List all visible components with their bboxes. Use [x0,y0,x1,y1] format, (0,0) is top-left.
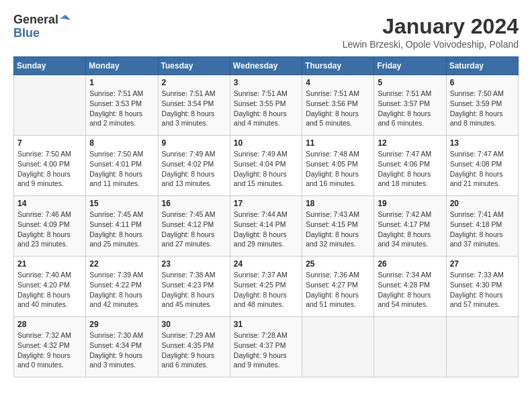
day-info: Sunrise: 7:44 AM Sunset: 4:14 PM Dayligh… [234,210,298,249]
day-info: Sunrise: 7:29 AM Sunset: 4:35 PM Dayligh… [162,330,226,370]
calendar-cell: 25Sunrise: 7:36 AM Sunset: 4:27 PM Dayli… [302,257,374,317]
calendar-cell: 4Sunrise: 7:51 AM Sunset: 3:56 PM Daylig… [302,75,374,136]
day-number: 23 [162,259,226,269]
calendar-cell: 17Sunrise: 7:44 AM Sunset: 4:14 PM Dayli… [230,196,302,257]
day-number: 12 [378,138,442,148]
day-info: Sunrise: 7:50 AM Sunset: 4:01 PM Dayligh… [89,149,154,189]
day-number: 31 [234,320,298,329]
day-info: Sunrise: 7:49 AM Sunset: 4:04 PM Dayligh… [234,149,298,189]
day-info: Sunrise: 7:51 AM Sunset: 3:56 PM Dayligh… [306,89,370,128]
calendar-cell: 20Sunrise: 7:41 AM Sunset: 4:18 PM Dayli… [446,196,518,257]
day-info: Sunrise: 7:42 AM Sunset: 4:17 PM Dayligh… [378,210,442,249]
svg-marker-0 [65,15,71,20]
day-info: Sunrise: 7:50 AM Sunset: 4:00 PM Dayligh… [17,149,82,189]
calendar-cell: 11Sunrise: 7:48 AM Sunset: 4:05 PM Dayli… [302,136,374,196]
day-info: Sunrise: 7:49 AM Sunset: 4:02 PM Dayligh… [162,149,226,189]
day-info: Sunrise: 7:41 AM Sunset: 4:18 PM Dayligh… [450,210,515,249]
calendar-cell: 13Sunrise: 7:47 AM Sunset: 4:08 PM Dayli… [446,136,518,196]
calendar-cell [374,317,446,377]
day-header-saturday: Saturday [446,57,518,75]
calendar-cell: 1Sunrise: 7:51 AM Sunset: 3:53 PM Daylig… [86,75,158,136]
day-info: Sunrise: 7:51 AM Sunset: 3:55 PM Dayligh… [234,89,298,128]
day-info: Sunrise: 7:43 AM Sunset: 4:15 PM Dayligh… [306,210,370,249]
day-number: 8 [89,138,154,148]
day-number: 10 [234,138,298,148]
calendar-cell: 5Sunrise: 7:51 AM Sunset: 3:57 PM Daylig… [374,75,446,136]
day-number: 25 [306,259,370,269]
day-number: 14 [17,199,82,208]
calendar-cell: 24Sunrise: 7:37 AM Sunset: 4:25 PM Dayli… [230,257,302,317]
calendar-cell: 19Sunrise: 7:42 AM Sunset: 4:17 PM Dayli… [374,196,446,257]
day-number: 18 [306,199,370,208]
day-info: Sunrise: 7:51 AM Sunset: 3:54 PM Dayligh… [162,89,226,128]
day-number: 15 [89,199,154,208]
day-info: Sunrise: 7:45 AM Sunset: 4:12 PM Dayligh… [162,210,226,249]
day-info: Sunrise: 7:39 AM Sunset: 4:22 PM Dayligh… [89,270,154,310]
day-info: Sunrise: 7:45 AM Sunset: 4:11 PM Dayligh… [89,210,154,249]
day-number: 28 [17,320,82,329]
day-number: 29 [89,320,154,329]
calendar-cell: 29Sunrise: 7:30 AM Sunset: 4:34 PM Dayli… [86,317,158,377]
calendar-cell [14,75,86,136]
calendar-cell: 9Sunrise: 7:49 AM Sunset: 4:02 PM Daylig… [158,136,230,196]
day-number: 6 [450,78,515,87]
day-info: Sunrise: 7:46 AM Sunset: 4:09 PM Dayligh… [17,210,82,249]
day-number: 13 [450,138,515,148]
day-number: 17 [234,199,298,208]
day-number: 11 [306,138,370,148]
day-number: 9 [162,138,226,148]
logo-general-text: General [13,13,58,27]
calendar-cell: 30Sunrise: 7:29 AM Sunset: 4:35 PM Dayli… [158,317,230,377]
svg-marker-1 [60,15,65,19]
calendar-cell: 18Sunrise: 7:43 AM Sunset: 4:15 PM Dayli… [302,196,374,257]
calendar-table: SundayMondayTuesdayWednesdayThursdayFrid… [13,56,519,377]
day-number: 24 [234,259,298,269]
day-number: 16 [162,199,226,208]
day-info: Sunrise: 7:38 AM Sunset: 4:23 PM Dayligh… [162,270,226,310]
calendar-cell: 31Sunrise: 7:28 AM Sunset: 4:37 PM Dayli… [230,317,302,377]
day-number: 4 [306,78,370,87]
day-header-monday: Monday [86,57,158,75]
day-info: Sunrise: 7:50 AM Sunset: 3:59 PM Dayligh… [450,89,515,128]
calendar-cell: 6Sunrise: 7:50 AM Sunset: 3:59 PM Daylig… [446,75,518,136]
calendar-cell: 23Sunrise: 7:38 AM Sunset: 4:23 PM Dayli… [158,257,230,317]
day-header-sunday: Sunday [14,57,86,75]
day-number: 1 [89,78,154,87]
day-number: 21 [17,259,82,269]
day-info: Sunrise: 7:51 AM Sunset: 3:57 PM Dayligh… [378,89,442,128]
calendar-cell: 21Sunrise: 7:40 AM Sunset: 4:20 PM Dayli… [14,257,86,317]
day-header-friday: Friday [374,57,446,75]
day-info: Sunrise: 7:37 AM Sunset: 4:25 PM Dayligh… [234,270,298,310]
calendar-cell: 14Sunrise: 7:46 AM Sunset: 4:09 PM Dayli… [14,196,86,257]
calendar-cell: 7Sunrise: 7:50 AM Sunset: 4:00 PM Daylig… [14,136,86,196]
calendar-cell: 3Sunrise: 7:51 AM Sunset: 3:55 PM Daylig… [230,75,302,136]
day-number: 22 [89,259,154,269]
day-info: Sunrise: 7:32 AM Sunset: 4:32 PM Dayligh… [17,330,82,370]
day-info: Sunrise: 7:40 AM Sunset: 4:20 PM Dayligh… [17,270,82,310]
day-number: 20 [450,199,515,208]
day-number: 7 [17,138,82,148]
logo: General Blue [13,13,71,40]
calendar-cell: 15Sunrise: 7:45 AM Sunset: 4:11 PM Dayli… [86,196,158,257]
calendar-cell: 12Sunrise: 7:47 AM Sunset: 4:06 PM Dayli… [374,136,446,196]
logo-blue-text: Blue [13,26,40,40]
day-number: 27 [450,259,515,269]
calendar-subtitle: Lewin Brzeski, Opole Voivodeship, Poland [343,39,519,50]
day-number: 5 [378,78,442,87]
calendar-cell: 28Sunrise: 7:32 AM Sunset: 4:32 PM Dayli… [14,317,86,377]
calendar-cell [446,317,518,377]
calendar-cell: 27Sunrise: 7:33 AM Sunset: 4:30 PM Dayli… [446,257,518,317]
calendar-cell: 10Sunrise: 7:49 AM Sunset: 4:04 PM Dayli… [230,136,302,196]
day-info: Sunrise: 7:36 AM Sunset: 4:27 PM Dayligh… [306,270,370,310]
calendar-cell: 8Sunrise: 7:50 AM Sunset: 4:01 PM Daylig… [86,136,158,196]
calendar-cell [302,317,374,377]
day-header-tuesday: Tuesday [158,57,230,75]
day-info: Sunrise: 7:47 AM Sunset: 4:06 PM Dayligh… [378,149,442,189]
day-info: Sunrise: 7:47 AM Sunset: 4:08 PM Dayligh… [450,149,515,189]
day-number: 2 [162,78,226,87]
calendar-cell: 16Sunrise: 7:45 AM Sunset: 4:12 PM Dayli… [158,196,230,257]
day-info: Sunrise: 7:28 AM Sunset: 4:37 PM Dayligh… [234,330,298,370]
day-header-thursday: Thursday [302,57,374,75]
calendar-title: January 2024 [343,13,519,39]
day-number: 30 [162,320,226,329]
